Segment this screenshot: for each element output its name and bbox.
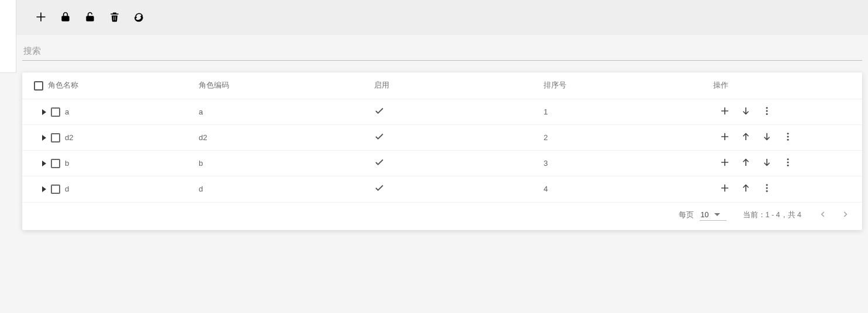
row-name: d2 xyxy=(65,133,73,142)
row-up-button[interactable] xyxy=(740,158,752,169)
expand-icon[interactable] xyxy=(42,135,46,141)
row-checkbox[interactable] xyxy=(51,159,60,168)
per-page-select[interactable]: 10 xyxy=(700,210,727,221)
plus-icon xyxy=(720,157,730,169)
svg-point-2 xyxy=(766,113,768,115)
svg-point-9 xyxy=(766,185,768,186)
lock-icon xyxy=(60,11,71,25)
per-page-label: 每页 xyxy=(679,210,694,220)
table-row: dd4 xyxy=(22,176,862,202)
unlock-icon xyxy=(84,11,96,25)
prev-page-button[interactable] xyxy=(818,210,828,220)
plus-icon xyxy=(720,106,730,118)
caret-down-icon xyxy=(714,213,720,216)
col-header-actions: 操作 xyxy=(706,72,862,99)
toolbar xyxy=(16,0,868,35)
search-input[interactable] xyxy=(22,41,862,61)
row-checkbox[interactable] xyxy=(51,133,60,142)
arrow-up-icon xyxy=(741,183,751,195)
expand-icon[interactable] xyxy=(42,161,46,166)
more-vert-icon xyxy=(762,106,772,118)
row-up-button[interactable] xyxy=(740,132,752,144)
svg-point-4 xyxy=(787,136,789,138)
table-row: aa1 xyxy=(22,99,862,125)
plus-icon xyxy=(720,183,730,195)
arrow-up-icon xyxy=(741,131,751,144)
more-vert-icon xyxy=(762,183,772,195)
row-up-button[interactable] xyxy=(740,183,752,195)
row-code: a xyxy=(199,107,203,116)
arrow-down-icon xyxy=(741,106,751,118)
more-vert-icon xyxy=(783,157,793,169)
row-add-button[interactable] xyxy=(719,183,731,195)
trash-icon xyxy=(109,11,120,25)
row-add-button[interactable] xyxy=(719,158,731,169)
svg-point-8 xyxy=(787,165,789,166)
row-name: d xyxy=(65,185,69,193)
row-down-button[interactable] xyxy=(740,106,752,118)
lock-button[interactable] xyxy=(58,11,72,25)
svg-point-7 xyxy=(787,162,789,164)
row-name: a xyxy=(65,107,69,116)
row-down-button[interactable] xyxy=(761,132,773,144)
check-icon xyxy=(374,161,385,169)
chevron-right-icon xyxy=(841,210,849,220)
row-sort: 3 xyxy=(544,159,548,168)
row-more-button[interactable] xyxy=(782,158,794,169)
row-checkbox[interactable] xyxy=(51,185,60,194)
row-name: b xyxy=(65,159,69,168)
row-checkbox[interactable] xyxy=(51,107,60,117)
row-add-button[interactable] xyxy=(719,106,731,118)
svg-point-3 xyxy=(787,133,789,134)
svg-point-10 xyxy=(766,187,768,189)
col-header-name: 角色名称 xyxy=(48,81,78,91)
row-down-button[interactable] xyxy=(761,158,773,169)
add-button[interactable] xyxy=(34,11,48,25)
row-add-button[interactable] xyxy=(719,132,731,144)
pagination: 每页 10 当前：1 - 4，共 4 xyxy=(22,202,862,230)
svg-point-0 xyxy=(766,107,768,109)
delete-button[interactable] xyxy=(108,11,122,25)
table-header-row: 角色名称 角色编码 启用 排序号 操作 xyxy=(22,72,862,99)
per-page-value: 10 xyxy=(701,211,709,219)
row-sort: 2 xyxy=(544,133,548,142)
check-icon xyxy=(374,109,385,118)
check-icon xyxy=(374,135,385,144)
plus-icon xyxy=(35,11,47,25)
left-gutter xyxy=(0,0,16,73)
arrow-down-icon xyxy=(762,131,772,144)
search-bar xyxy=(16,35,868,61)
plus-icon xyxy=(720,131,730,144)
row-more-button[interactable] xyxy=(761,106,773,118)
row-more-button[interactable] xyxy=(761,183,773,195)
expand-icon[interactable] xyxy=(42,109,46,115)
select-all-checkbox[interactable] xyxy=(34,81,43,91)
more-vert-icon xyxy=(783,131,793,144)
row-code: d xyxy=(199,185,203,193)
unlock-button[interactable] xyxy=(83,11,97,25)
table-card: 角色名称 角色编码 启用 排序号 操作 aa1d2d22bb3dd4 每页 1 xyxy=(22,72,862,230)
pagination-range: 当前：1 - 4，共 4 xyxy=(743,210,801,220)
refresh-icon xyxy=(133,11,145,25)
table-row: bb3 xyxy=(22,151,862,176)
table-row: d2d22 xyxy=(22,125,862,151)
row-more-button[interactable] xyxy=(782,132,794,144)
col-header-enabled: 启用 xyxy=(367,72,537,99)
row-sort: 1 xyxy=(544,107,548,116)
svg-point-1 xyxy=(766,110,768,112)
chevron-left-icon xyxy=(819,210,827,220)
arrow-down-icon xyxy=(762,157,772,169)
expand-icon[interactable] xyxy=(42,186,46,192)
roles-table: 角色名称 角色编码 启用 排序号 操作 aa1d2d22bb3dd4 xyxy=(22,72,862,202)
row-sort: 4 xyxy=(544,185,548,193)
svg-point-5 xyxy=(787,139,789,141)
refresh-button[interactable] xyxy=(132,11,146,25)
col-header-sort: 排序号 xyxy=(537,72,706,99)
arrow-up-icon xyxy=(741,157,751,169)
row-code: d2 xyxy=(199,133,207,142)
row-code: b xyxy=(199,159,203,168)
col-header-code: 角色编码 xyxy=(192,72,367,99)
svg-point-6 xyxy=(787,158,789,160)
svg-point-11 xyxy=(766,190,768,192)
next-page-button[interactable] xyxy=(840,210,850,220)
